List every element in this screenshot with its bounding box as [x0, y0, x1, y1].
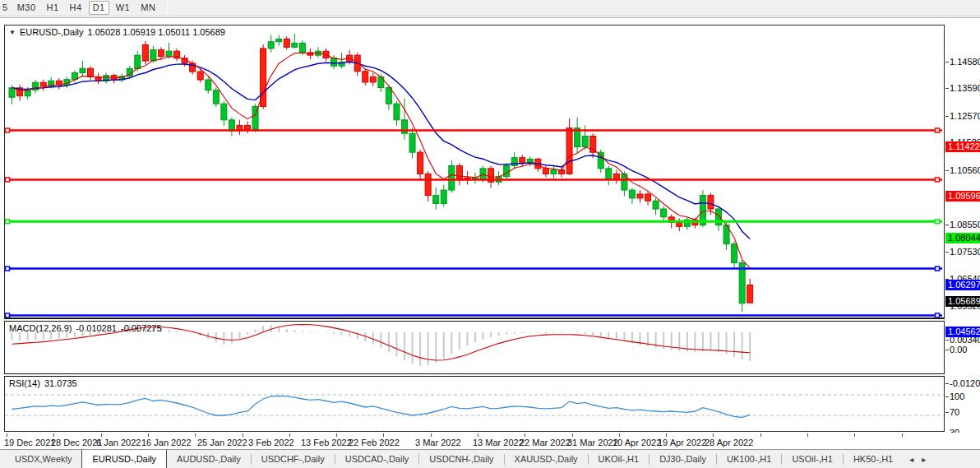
candle-body — [363, 72, 368, 82]
date-label: 16 Jan 2022 — [141, 438, 192, 447]
tab-uk100-h1[interactable]: UK100-,H1 — [717, 450, 781, 468]
line-handle[interactable] — [6, 266, 10, 271]
candle-body — [25, 90, 30, 95]
line-handle[interactable] — [936, 266, 940, 271]
tab-eurusd-daily[interactable]: EURUSD-,Daily — [81, 449, 167, 468]
date-label: 25 Jan 2022 — [197, 438, 247, 447]
line-handle[interactable] — [936, 178, 940, 182]
candle-body — [441, 190, 446, 203]
date-tick-mark — [243, 433, 243, 437]
candle-body — [378, 76, 384, 87]
date-tick-mark — [148, 433, 149, 437]
date-tick-mark — [289, 433, 290, 437]
candle-body — [299, 43, 305, 52]
chart-title: ▼ EURUSD-,Daily 1.05028 1.05919 1.05011 … — [9, 27, 225, 37]
candle-body — [284, 39, 289, 47]
candle-body — [566, 128, 572, 174]
rsi-tick-label: 70 — [950, 407, 959, 417]
line-handle[interactable] — [6, 220, 10, 224]
line-handle[interactable] — [6, 313, 10, 317]
current-price-badge: 1.05689 — [945, 296, 980, 307]
candle-body — [142, 44, 148, 61]
axis-tick-mark — [945, 62, 949, 63]
date-tick-mark — [854, 433, 855, 437]
tab-xauusd-daily[interactable]: XAUUSD-,Daily — [505, 450, 588, 468]
tab-ukoil-h1[interactable]: UKOil-,H1 — [589, 450, 649, 468]
candle-body — [661, 209, 667, 217]
tab-usdx-weekly[interactable]: USDX,Weekly — [5, 450, 81, 468]
tab-usdcad-daily[interactable]: USDCAD-,Daily — [335, 450, 419, 468]
candle-body — [166, 51, 172, 57]
candle-body — [206, 80, 211, 90]
candles-group — [9, 34, 753, 312]
date-axis: 19 Dec 202128 Dec 20216 Jan 202216 Jan 2… — [0, 433, 980, 449]
date-tick-mark — [7, 433, 7, 437]
timeframe-button-5[interactable]: 5 — [2, 1, 11, 15]
date-label: 22 Feb 2022 — [349, 438, 400, 447]
date-label: 3 Mar 2022 — [415, 438, 461, 447]
macd-panel: MACD(12,26,9) -0.010281 -0.007275 — [4, 322, 945, 373]
chart-ohlc-values: 1.05028 1.05919 1.05011 1.05689 — [88, 27, 225, 37]
date-tick-mark — [336, 433, 337, 437]
rsi-plot[interactable] — [5, 377, 944, 430]
candle-body — [629, 190, 635, 198]
date-label: 13 Mar 2022 — [473, 438, 524, 447]
tab-dj30-daily[interactable]: DJ30-,Daily — [649, 450, 716, 468]
date-tick-mark — [53, 433, 54, 437]
hline-price-badge: 1.09596 — [945, 191, 980, 202]
tab-scroll-right-icon[interactable]: ▸ — [922, 455, 926, 464]
candle-body — [504, 166, 510, 177]
candle-body — [511, 158, 517, 166]
date-tick-mark — [431, 433, 432, 437]
candle-body — [551, 169, 557, 174]
candle-body — [598, 152, 603, 169]
rsi-title: RSI(14) 31.0735 — [9, 378, 77, 388]
timeframe-button-h4[interactable]: H4 — [66, 1, 86, 15]
candle-body — [606, 169, 612, 179]
price-tick-label: 1.07530 — [950, 247, 980, 257]
hline-price-badge: 1.04562 — [945, 327, 980, 337]
price-chart-plot[interactable] — [5, 25, 944, 317]
date-label: 22 Mar 2022 — [520, 438, 571, 447]
chart-window: ▼ EURUSD-,Daily 1.05028 1.05919 1.05011 … — [0, 17, 980, 448]
axis-tick-mark — [945, 383, 949, 384]
timeframe-button-w1[interactable]: W1 — [112, 1, 135, 15]
tab-audusd-daily[interactable]: AUDUSD-,Daily — [167, 450, 251, 468]
rsi-line — [12, 396, 751, 417]
candle-body — [394, 104, 400, 120]
tab-usdcnh-daily[interactable]: USDCNH-,Daily — [419, 450, 503, 468]
date-tick-mark — [713, 433, 714, 437]
candle-body — [409, 133, 415, 152]
date-tick-mark — [383, 433, 384, 437]
chart-symbol-label: EURUSD-,Daily — [20, 27, 84, 37]
hline-price-badge: 1.06297 — [945, 280, 980, 290]
candle-body — [637, 194, 643, 198]
candle-body — [370, 76, 376, 82]
rsi-value: 31.0735 — [44, 378, 77, 388]
macd-title: MACD(12,26,9) -0.010281 -0.007275 — [9, 323, 162, 333]
line-handle[interactable] — [6, 128, 10, 132]
date-tick-mark — [807, 433, 808, 437]
line-handle[interactable] — [6, 178, 10, 182]
line-handle[interactable] — [936, 220, 940, 224]
tab-usoil-h1[interactable]: USOil-,H1 — [782, 450, 843, 468]
candle-body — [520, 158, 525, 164]
candle-body — [292, 43, 298, 47]
line-handle[interactable] — [936, 128, 940, 132]
tab-scroll-left-icon[interactable]: ◂ — [909, 455, 913, 464]
candle-body — [653, 201, 659, 209]
axis-tick-mark — [945, 116, 949, 117]
candle-body — [543, 169, 548, 174]
candle-body — [40, 82, 46, 86]
line-handle[interactable] — [936, 313, 940, 317]
hline-price-badge: 1.11422 — [945, 141, 980, 152]
tab-usdchf-daily[interactable]: USDCHF-,Daily — [252, 450, 335, 468]
candle-body — [456, 166, 462, 179]
timeframe-button-m30[interactable]: M30 — [13, 1, 40, 15]
chart-dropdown-icon[interactable]: ▼ — [9, 27, 16, 37]
tab-hk50-h1[interactable]: HK50-,H1 — [844, 450, 903, 468]
timeframe-button-d1[interactable]: D1 — [89, 1, 109, 15]
candle-body — [9, 88, 15, 97]
timeframe-button-mn[interactable]: MN — [136, 1, 159, 15]
timeframe-button-h1[interactable]: H1 — [43, 1, 63, 15]
